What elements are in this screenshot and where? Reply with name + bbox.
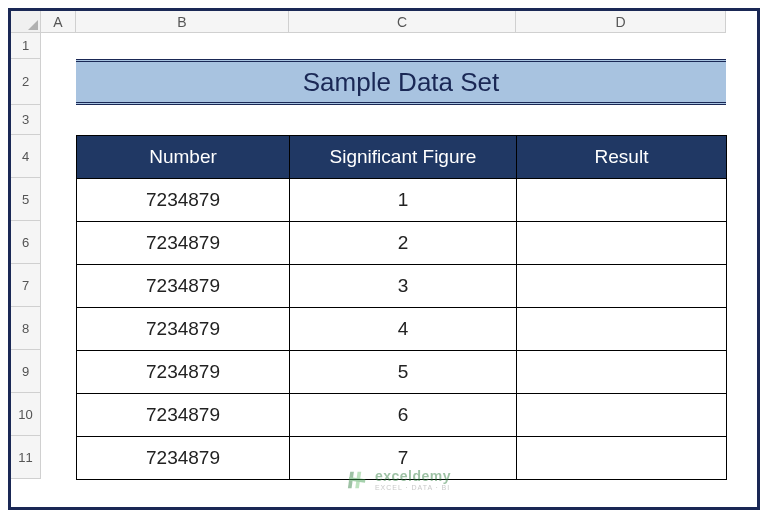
cell[interactable] (517, 437, 727, 480)
cell[interactable]: 3 (290, 265, 517, 308)
table-row: 72348793 (77, 265, 727, 308)
table-row: 72348792 (77, 222, 727, 265)
watermark-sub: EXCEL · DATA · BI (375, 484, 451, 491)
cell[interactable]: 6 (290, 394, 517, 437)
cell[interactable]: 4 (290, 308, 517, 351)
table-row: 72348795 (77, 351, 727, 394)
cell[interactable]: 7234879 (77, 265, 290, 308)
col-header-result[interactable]: Result (517, 136, 727, 179)
column-headers-row: ABCD (41, 11, 757, 33)
row-header-2[interactable]: 2 (11, 59, 41, 105)
watermark-text: exceldemy EXCEL · DATA · BI (375, 468, 451, 491)
table-row: 72348794 (77, 308, 727, 351)
row-header-8[interactable]: 8 (11, 307, 41, 350)
cell[interactable] (517, 394, 727, 437)
column-header-a[interactable]: A (41, 11, 76, 33)
cell[interactable] (517, 179, 727, 222)
cell[interactable]: 1 (290, 179, 517, 222)
cell[interactable]: 7234879 (77, 179, 290, 222)
cell[interactable]: 7234879 (77, 308, 290, 351)
row-header-11[interactable]: 11 (11, 436, 41, 479)
cell[interactable] (517, 265, 727, 308)
cell[interactable]: 2 (290, 222, 517, 265)
row-header-4[interactable]: 4 (11, 135, 41, 178)
cell[interactable]: 7234879 (77, 437, 290, 480)
data-table: Number Significant Figure Result 7234879… (76, 135, 727, 480)
row-header-5[interactable]: 5 (11, 178, 41, 221)
table-header-row: Number Significant Figure Result (77, 136, 727, 179)
col-header-sigfig[interactable]: Significant Figure (290, 136, 517, 179)
cell[interactable]: 7234879 (77, 351, 290, 394)
row-headers-column: 1234567891011 (11, 33, 41, 479)
table-row: 72348796 (77, 394, 727, 437)
cell[interactable]: 7234879 (77, 394, 290, 437)
row-header-10[interactable]: 10 (11, 393, 41, 436)
row-header-6[interactable]: 6 (11, 221, 41, 264)
row-header-7[interactable]: 7 (11, 264, 41, 307)
row-header-3[interactable]: 3 (11, 105, 41, 135)
watermark: exceldemy EXCEL · DATA · BI (347, 468, 451, 491)
spreadsheet-window: ABCD 1234567891011 Sample Data Set Numbe… (8, 8, 760, 510)
grid-area: Sample Data Set Number Significant Figur… (41, 33, 757, 507)
col-header-number[interactable]: Number (77, 136, 290, 179)
column-header-b[interactable]: B (76, 11, 289, 33)
cell[interactable]: 5 (290, 351, 517, 394)
cell[interactable] (517, 308, 727, 351)
cell[interactable] (517, 351, 727, 394)
sheet-title: Sample Data Set (303, 67, 500, 98)
cell[interactable]: 7234879 (77, 222, 290, 265)
title-band: Sample Data Set (76, 59, 726, 105)
select-all-corner[interactable] (11, 11, 41, 33)
watermark-main: exceldemy (375, 468, 451, 484)
row-header-9[interactable]: 9 (11, 350, 41, 393)
column-header-d[interactable]: D (516, 11, 726, 33)
cell[interactable] (517, 222, 727, 265)
watermark-logo-icon (347, 469, 369, 491)
table-row: 72348791 (77, 179, 727, 222)
row-header-1[interactable]: 1 (11, 33, 41, 59)
column-header-c[interactable]: C (289, 11, 516, 33)
